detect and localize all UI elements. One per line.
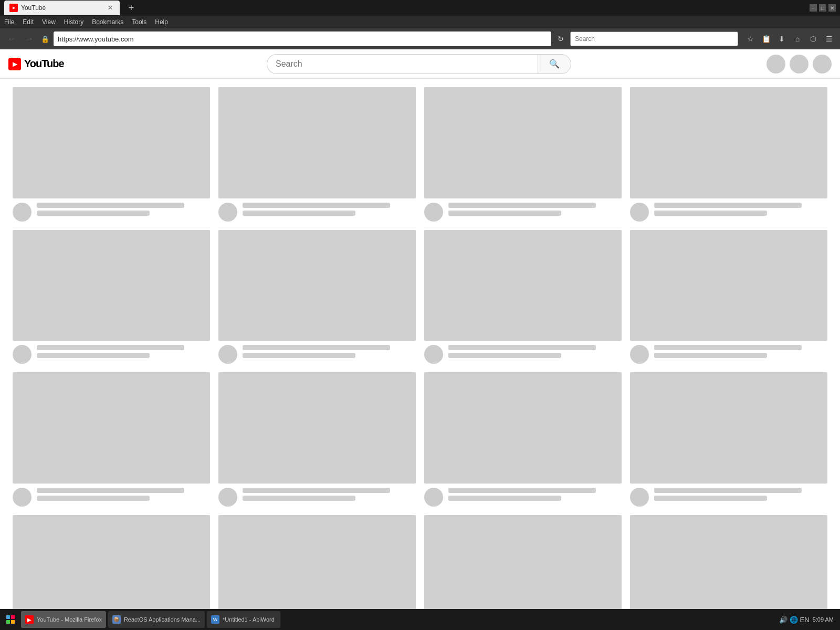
skeleton-subtitle-line [243,353,355,358]
taskbar-firefox-icon: ▶ [25,615,34,624]
channel-avatar [630,345,649,364]
video-card [424,372,622,507]
back-button[interactable]: ← [4,32,19,46]
menu-tools[interactable]: Tools [132,18,146,26]
video-thumbnail[interactable] [630,372,827,484]
skeleton-title-line [448,345,596,350]
youtube-logo-area: ▶ YouTube [8,58,71,70]
speaker-icon: 🔊 [779,616,788,624]
network-icon: 🌐 [790,616,798,624]
menu-help[interactable]: Help [155,18,168,26]
minimize-button[interactable]: − [810,4,817,12]
youtube-search-button[interactable]: 🔍 [538,54,571,74]
channel-avatar [218,488,237,507]
video-thumbnail[interactable] [424,87,622,198]
menu-edit[interactable]: Edit [23,18,34,26]
card-meta [654,345,827,358]
video-thumbnail[interactable] [630,515,827,612]
skeleton-subtitle-line [448,496,561,501]
youtube-search-input[interactable] [267,54,538,74]
svg-rect-1 [11,615,15,619]
video-thumbnail[interactable] [13,87,210,198]
card-meta [654,203,827,216]
menu-file[interactable]: File [4,18,14,26]
browser-tab[interactable]: YouTube ✕ [4,1,120,15]
channel-avatar [13,488,32,507]
skeleton-subtitle-line [37,496,150,501]
taskbar-apps-button[interactable]: 📦 ReactOS Applications Mana... [108,611,205,628]
taskbar-firefox-button[interactable]: ▶ YouTube - Mozilla Firefox [21,611,106,628]
menu-bookmarks[interactable]: Bookmarks [92,18,123,26]
skeleton-title-line [243,488,390,493]
skeleton-title-line [654,345,802,350]
video-thumbnail[interactable] [218,515,416,612]
card-meta [243,203,416,216]
video-card [218,230,416,364]
video-thumbnail[interactable] [424,372,622,484]
card-info [424,488,622,507]
address-bar[interactable] [54,32,551,46]
youtube-logo-icon: ▶ [8,58,21,70]
card-meta [654,488,827,501]
video-card [630,515,827,612]
tab-close-button[interactable]: ✕ [106,4,114,12]
skeleton-subtitle-line [448,353,561,358]
skeleton-title-line [37,203,184,208]
taskbar-abiword-icon: W [211,615,219,624]
menu-view[interactable]: View [42,18,56,26]
download-button[interactable]: ⬇ [775,32,789,46]
channel-avatar [424,488,443,507]
skeleton-subtitle-line [654,353,767,358]
start-button[interactable] [2,611,19,628]
bookmark-list-button[interactable]: 📋 [759,32,773,46]
card-meta [243,345,416,358]
video-grid-row-1 [13,87,827,222]
card-info [630,345,827,364]
menu-button[interactable]: ☰ [822,32,836,46]
card-meta [37,488,210,501]
card-meta [37,203,210,216]
channel-avatar [13,203,32,222]
video-card [218,515,416,612]
video-thumbnail[interactable] [13,515,210,612]
window-controls: − □ ✕ [810,4,836,12]
taskbar: ▶ YouTube - Mozilla Firefox 📦 ReactOS Ap… [0,609,840,630]
refresh-button[interactable]: ↻ [554,33,567,45]
skeleton-title-line [654,203,802,208]
browser-search-input[interactable] [570,32,738,46]
bookmark-star-button[interactable]: ☆ [743,32,757,46]
close-button[interactable]: ✕ [828,4,836,12]
pocket-button[interactable]: ⬡ [806,32,820,46]
channel-avatar [218,203,237,222]
video-thumbnail[interactable] [218,230,416,341]
tab-favicon-icon [9,4,18,12]
video-card [630,87,827,222]
card-info [218,203,416,222]
video-thumbnail[interactable] [630,87,827,198]
skeleton-title-line [37,345,184,350]
forward-button[interactable]: → [22,32,37,46]
menu-history[interactable]: History [64,18,83,26]
taskbar-abiword-button[interactable]: W *Untitled1 - AbiWord [207,611,280,628]
video-thumbnail[interactable] [13,372,210,484]
youtube-search-wrapper: 🔍 [267,54,571,74]
maximize-button[interactable]: □ [819,4,826,12]
video-thumbnail[interactable] [424,515,622,612]
video-thumbnail[interactable] [218,87,416,198]
video-thumbnail[interactable] [630,230,827,341]
video-card [13,515,210,612]
taskbar-sys-tray: 🔊 🌐 EN 5:09 AM [779,616,838,624]
skeleton-subtitle-line [654,211,767,216]
taskbar-apps-label: ReactOS Applications Mana... [124,616,201,623]
video-thumbnail[interactable] [218,372,416,484]
new-tab-button[interactable]: + [124,1,139,15]
security-icon: 🔒 [40,34,50,44]
video-card [424,87,622,222]
skeleton-title-line [243,203,390,208]
home-button[interactable]: ⌂ [791,32,804,46]
video-thumbnail[interactable] [424,230,622,341]
skeleton-title-line [654,488,802,493]
card-info [13,345,210,364]
video-thumbnail[interactable] [13,230,210,341]
channel-avatar [630,203,649,222]
